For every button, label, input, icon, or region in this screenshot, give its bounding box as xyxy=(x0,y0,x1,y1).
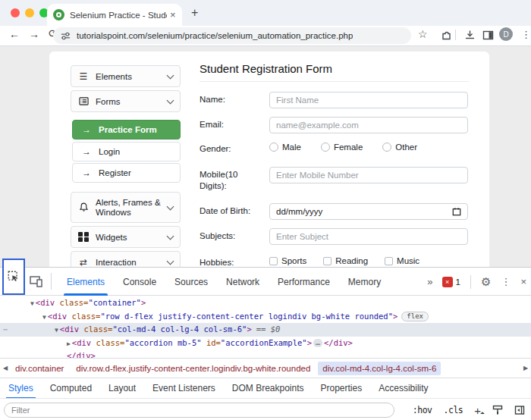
dom-tree: ▼<div class="container"> ▼<div class="ro… xyxy=(0,296,531,358)
gutter-menu-icon[interactable]: ⋯ xyxy=(3,323,8,337)
chevron-down-icon xyxy=(167,96,174,104)
date-of-birth-input[interactable]: dd/mm/yyyy xyxy=(269,203,468,220)
practice-form-button[interactable]: → Practice Form xyxy=(72,120,181,139)
new-tab-button[interactable]: + xyxy=(191,6,198,20)
toggle-element-classes-button[interactable]: .cls xyxy=(444,405,463,415)
arrow-right-icon: → xyxy=(82,146,91,157)
subjects-input[interactable] xyxy=(269,228,468,245)
extensions-icon[interactable] xyxy=(441,30,452,44)
dom-node-selected[interactable]: ⋯ ▼<div class="col-md-4 col-lg-4 col-sm-… xyxy=(0,323,531,337)
mobile-label: Mobile(10 Digits): xyxy=(200,169,266,192)
content-card: ☰ Elements Forms → Practice Form → xyxy=(49,52,489,267)
site-settings-icon[interactable] xyxy=(61,31,71,41)
tab-computed[interactable]: Computed xyxy=(42,378,100,399)
profile-avatar[interactable]: D xyxy=(499,27,513,41)
swap-arrows-icon: ⇄ xyxy=(78,257,89,268)
collapse-arrow-icon[interactable]: ▶ xyxy=(67,340,71,347)
female-radio[interactable] xyxy=(321,143,330,152)
toggle-hover-state-button[interactable]: :hov xyxy=(413,405,432,415)
calendar-icon[interactable] xyxy=(452,207,461,216)
error-count: 1 xyxy=(456,277,460,287)
devtools-close-icon[interactable]: × xyxy=(520,276,526,287)
sidebar-item-widgets[interactable]: Widgets xyxy=(71,226,181,248)
chevron-down-icon xyxy=(167,71,174,79)
tab-memory[interactable]: Memory xyxy=(339,268,390,296)
paint-roller-icon[interactable] xyxy=(492,405,503,415)
crumb-scroll-right-icon[interactable]: ▶ xyxy=(520,365,531,371)
dock-sidebar-toggle-icon[interactable] xyxy=(514,405,525,415)
browser-menu-icon[interactable]: ⋮ xyxy=(521,29,531,40)
address-bar[interactable]: tutorialspoint.com/selenium/practice/sel… xyxy=(53,27,411,44)
sidebar-item-elements[interactable]: ☰ Elements xyxy=(71,65,181,87)
music-checkbox[interactable] xyxy=(385,257,393,265)
tab-performance[interactable]: Performance xyxy=(269,268,339,296)
sidebar-item-forms[interactable]: Forms xyxy=(71,90,181,112)
toolbar-separator xyxy=(51,273,52,290)
sidebar-item-alerts-frames-windows[interactable]: Alerts, Frames & Windows xyxy=(71,192,181,223)
widgets-grid-icon xyxy=(78,232,89,243)
tab-title: Selenium Practice - Student Re xyxy=(70,11,167,20)
sidebar-item-interaction[interactable]: ⇄ Interaction xyxy=(71,251,181,267)
devtools-panel: Elements Console Sources Network Perform… xyxy=(0,267,531,420)
tab-dom-breakpoints[interactable]: DOM Breakpoints xyxy=(224,378,313,399)
flex-badge[interactable]: flex xyxy=(401,312,429,321)
browser-tab[interactable]: Selenium Practice - Student Re × xyxy=(47,4,182,26)
expand-arrow-icon[interactable]: ▼ xyxy=(30,300,34,307)
tab-properties[interactable]: Properties xyxy=(313,378,371,399)
crumb-scroll-left-icon[interactable]: ◀ xyxy=(0,365,11,371)
arrow-right-icon: → xyxy=(82,124,91,135)
download-icon[interactable] xyxy=(464,30,476,44)
more-tabs-icon[interactable]: » xyxy=(427,276,432,287)
name-input[interactable] xyxy=(269,92,468,108)
error-indicator[interactable]: × 1 xyxy=(442,277,460,287)
side-panel-icon[interactable] xyxy=(482,30,494,44)
male-radio[interactable] xyxy=(269,143,278,152)
crumb-container[interactable]: div.container xyxy=(11,362,68,375)
dom-node-row[interactable]: ▼<div class="row d-flex justify-content-… xyxy=(0,310,531,324)
forward-icon[interactable]: → xyxy=(29,28,39,40)
email-input[interactable] xyxy=(269,117,468,133)
crumb-col-selected[interactable]: div.col-md-4.col-lg-4.col-sm-6 xyxy=(318,362,441,375)
login-button[interactable]: → Login xyxy=(72,142,181,161)
expand-arrow-icon[interactable]: ▼ xyxy=(55,327,58,334)
tab-layout[interactable]: Layout xyxy=(100,378,144,399)
tab-event-listeners[interactable]: Event Listeners xyxy=(144,378,224,399)
tab-sources[interactable]: Sources xyxy=(165,268,217,296)
back-icon[interactable]: ← xyxy=(9,28,20,40)
inspect-element-button[interactable] xyxy=(2,259,25,295)
forms-icon xyxy=(78,96,89,107)
expand-arrow-icon[interactable]: ▼ xyxy=(42,314,46,321)
settings-gear-icon[interactable]: ⚙ xyxy=(481,275,491,289)
dom-node-accordion[interactable]: ▶<div class="accordion mb-5" id="accordi… xyxy=(0,337,531,350)
device-toolbar-button[interactable] xyxy=(29,274,44,292)
hamburger-icon: ☰ xyxy=(78,71,89,82)
window-close-button[interactable] xyxy=(11,8,20,17)
page-viewport: ☰ Elements Forms → Practice Form → xyxy=(0,46,531,267)
dom-node-close[interactable]: </div> xyxy=(0,349,531,358)
chevron-down-icon xyxy=(167,232,174,240)
other-radio[interactable] xyxy=(382,143,391,152)
sports-checkbox[interactable] xyxy=(269,257,278,265)
devtools-menu-icon[interactable]: ⋮ xyxy=(501,276,511,287)
new-style-rule-button[interactable]: + xyxy=(474,404,481,417)
styles-filter-input[interactable] xyxy=(4,403,394,418)
collapsed-content-icon[interactable]: … xyxy=(313,339,322,347)
browser-window: Selenium Practice - Student Re × + ← → ⟳… xyxy=(0,0,531,420)
register-button[interactable]: → Register xyxy=(72,163,181,183)
crumb-row[interactable]: div.row.d-flex.justify-content-center.lo… xyxy=(71,362,315,375)
tab-network[interactable]: Network xyxy=(217,268,269,296)
tab-accessibility[interactable]: Accessibility xyxy=(370,378,436,399)
browser-toolbar: ← → ⟳ tutorialspoint.com/selenium/practi… xyxy=(0,26,531,46)
tab-console[interactable]: Console xyxy=(114,268,165,296)
toolbar-separator xyxy=(470,275,471,289)
tutorialspoint-favicon xyxy=(53,9,64,20)
reading-checkbox[interactable] xyxy=(323,257,331,265)
styles-tabbar: Styles Computed Layout Event Listeners D… xyxy=(0,378,531,398)
window-minimize-button[interactable] xyxy=(25,8,34,17)
tab-elements[interactable]: Elements xyxy=(58,268,114,296)
bookmark-star-icon[interactable]: ☆ xyxy=(418,28,428,40)
dom-node-container[interactable]: ▼<div class="container"> xyxy=(0,296,531,310)
tab-close-icon[interactable]: × xyxy=(170,9,176,20)
mobile-input[interactable] xyxy=(269,167,468,183)
tab-styles[interactable]: Styles xyxy=(0,378,42,399)
